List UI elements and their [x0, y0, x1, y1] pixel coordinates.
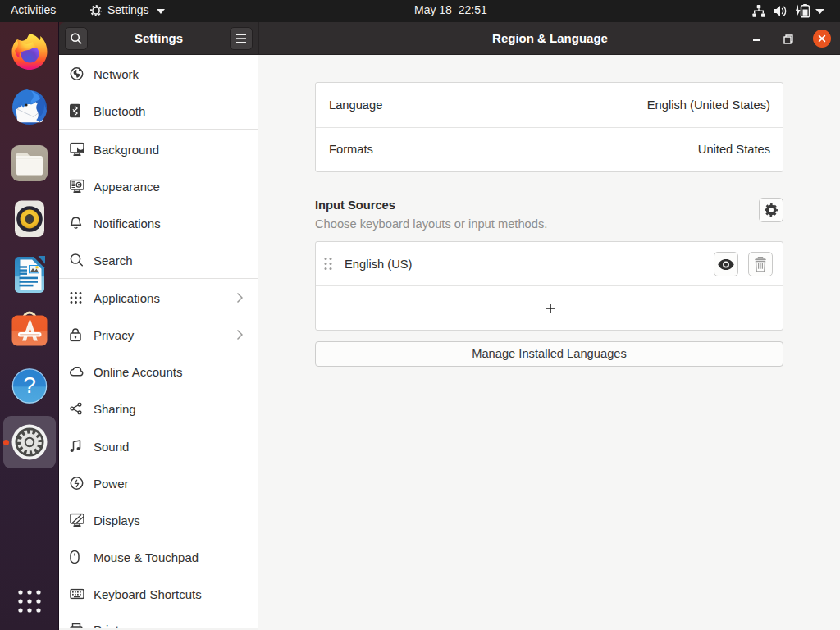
- svg-text:?: ?: [23, 372, 36, 398]
